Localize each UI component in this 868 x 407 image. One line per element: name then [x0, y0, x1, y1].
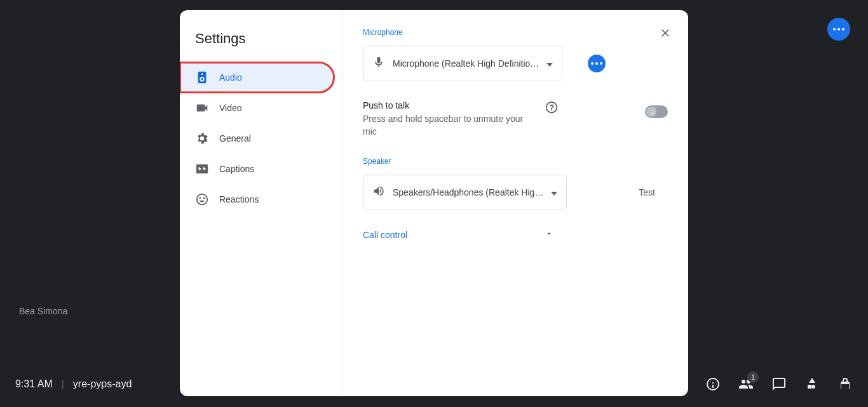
dots-horizontal-icon: [833, 28, 844, 30]
chat-icon: [771, 377, 787, 392]
push-to-talk-description: Press and hold spacebar to unmute your m…: [363, 113, 528, 138]
settings-sidebar: Settings Audio Video General Captions Re…: [180, 10, 342, 396]
dots-horizontal-icon: [591, 62, 602, 65]
nav-label: Reactions: [219, 194, 259, 204]
chevron-down-icon: [545, 229, 553, 241]
speaker-select[interactable]: Speakers/Headphones (Realtek Hig…: [363, 175, 567, 210]
microphone-more-button[interactable]: [588, 55, 606, 72]
settings-dialog: Settings Audio Video General Captions Re…: [180, 10, 688, 396]
videocam-icon: [195, 101, 209, 115]
nav-label: Captions: [219, 164, 254, 174]
more-menu-button[interactable]: [827, 18, 850, 41]
nav-item-general[interactable]: General: [180, 123, 334, 154]
toggle-thumb-icon: ✕: [646, 107, 656, 117]
call-control-label: Call control: [363, 230, 407, 240]
call-control-expand[interactable]: Call control: [363, 229, 553, 241]
settings-title: Settings: [180, 25, 342, 62]
help-icon: [545, 100, 559, 114]
info-icon: [705, 377, 721, 392]
nav-item-video[interactable]: Video: [180, 93, 334, 123]
close-button[interactable]: [653, 20, 678, 46]
shapes-icon: [804, 377, 820, 392]
clock-label: 9:31 AM: [15, 378, 53, 390]
host-controls-button[interactable]: [837, 377, 853, 392]
captions-icon: [195, 162, 209, 176]
nav-item-captions[interactable]: Captions: [180, 154, 334, 184]
caret-down-icon: [551, 187, 557, 198]
caret-down-icon: [546, 58, 553, 69]
volume-icon: [372, 185, 385, 200]
nav-label: Audio: [219, 72, 242, 83]
speaker-device-icon: [195, 70, 209, 84]
gear-icon: [195, 131, 209, 145]
microphone-section-label: Microphone: [363, 28, 668, 37]
push-to-talk-title: Push to talk: [363, 100, 534, 110]
microphone-value: Microphone (Realtek High Definitio…: [393, 58, 539, 69]
settings-content: Microphone Microphone (Realtek High Defi…: [342, 10, 688, 396]
nav-item-audio[interactable]: Audio: [180, 62, 334, 93]
nav-label: General: [219, 133, 251, 143]
speaker-value: Speakers/Headphones (Realtek Hig…: [393, 187, 543, 197]
mic-icon: [372, 56, 385, 71]
nav-item-reactions[interactable]: Reactions: [180, 184, 334, 215]
lock-icon: [837, 377, 853, 392]
nav-label: Video: [219, 103, 242, 113]
people-count-badge: 1: [747, 371, 759, 383]
meeting-code-label: yre-pyps-ayd: [73, 378, 132, 390]
push-to-talk-toggle[interactable]: ✕: [645, 105, 668, 118]
activities-button[interactable]: [804, 377, 820, 392]
test-speaker-button[interactable]: Test: [631, 182, 663, 203]
divider: |: [62, 378, 64, 390]
chat-button[interactable]: [771, 377, 787, 392]
microphone-select[interactable]: Microphone (Realtek High Definitio…: [363, 46, 562, 81]
smile-icon: [195, 192, 209, 206]
participant-name-label: Bea Simona: [19, 306, 67, 316]
people-button[interactable]: 1: [738, 377, 754, 392]
meeting-details-button[interactable]: [705, 377, 721, 392]
help-button[interactable]: [545, 100, 559, 117]
close-icon: [659, 27, 672, 39]
speaker-section-label: Speaker: [363, 157, 668, 166]
